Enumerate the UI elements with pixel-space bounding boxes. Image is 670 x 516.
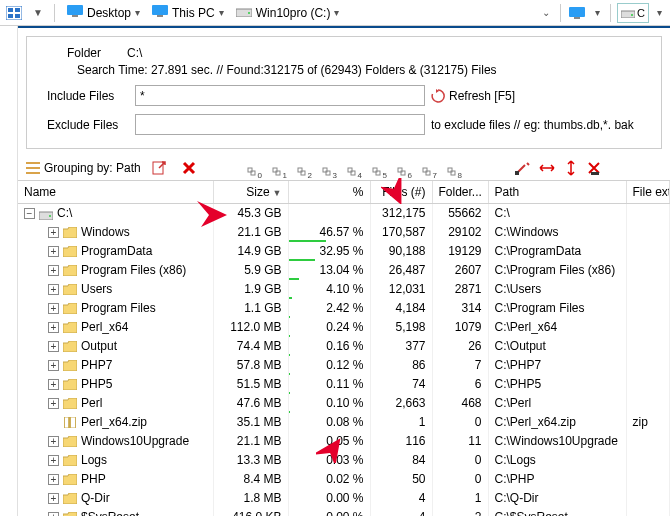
table-row[interactable]: +Users1.9 GB4.10 %12,0312871C:\Users	[18, 280, 670, 299]
tool-icon-1[interactable]	[513, 158, 533, 178]
table-row[interactable]: +Logs13.3 MB0.03 %840C:\Logs	[18, 451, 670, 470]
resize-vertical-icon[interactable]	[561, 158, 581, 178]
cell-pct: 0.05 %	[288, 432, 370, 451]
cell-folders: 0	[432, 413, 488, 432]
col-size[interactable]: Size▼	[213, 181, 288, 204]
table-row[interactable]: +Windows10Upgrade21.1 MB0.05 %11611C:\Wi…	[18, 432, 670, 451]
breadcrumb-item[interactable]: Win10pro (C:)▾	[230, 4, 346, 21]
cell-size: 5.9 GB	[213, 261, 288, 280]
tool-icon-4[interactable]	[585, 158, 605, 178]
table-row[interactable]: +Perl_x64112.0 MB0.24 %5,1981079C:\Perl_…	[18, 318, 670, 337]
table-row[interactable]: +PHP757.8 MB0.12 %867C:\PHP7	[18, 356, 670, 375]
breadcrumb-item[interactable]: This PC▾	[146, 4, 230, 21]
svg-rect-16	[26, 167, 40, 169]
table-row[interactable]: +Windows21.1 GB46.57 %170,58729102C:\Win…	[18, 223, 670, 242]
cell-path: C:\Q-Dir	[488, 489, 626, 508]
cell-ext	[626, 432, 670, 451]
include-input[interactable]	[135, 85, 425, 106]
svg-rect-13	[621, 11, 635, 18]
col-folders[interactable]: Folder...	[432, 181, 488, 204]
expand-icon[interactable]: +	[48, 265, 59, 276]
depth-level-0-button[interactable]: 0	[243, 158, 265, 178]
refresh-button[interactable]: Refresh [F5]	[431, 89, 515, 103]
table-row[interactable]: +Perl47.6 MB0.10 %2,663468C:\Perl	[18, 394, 670, 413]
depth-level-3-button[interactable]: 3	[318, 158, 340, 178]
cell-pct: 0.02 %	[288, 470, 370, 489]
content: Folder C:\ Search Time: 27.891 sec. // F…	[18, 26, 670, 516]
expand-icon[interactable]: +	[48, 227, 59, 238]
table-row[interactable]: +Program Files1.1 GB2.42 %4,184314C:\Pro…	[18, 299, 670, 318]
expand-icon[interactable]: +	[48, 360, 59, 371]
col-path[interactable]: Path	[488, 181, 626, 204]
col-ext[interactable]: File exter	[626, 181, 670, 204]
collapse-icon[interactable]: −	[24, 208, 35, 219]
chevron-down-icon[interactable]: ⌄	[538, 7, 554, 18]
expand-icon[interactable]: +	[48, 474, 59, 485]
cell-size: 416.0 KB	[213, 508, 288, 517]
expand-icon[interactable]: +	[48, 398, 59, 409]
chevron-down-icon[interactable]: ▾	[135, 7, 140, 18]
depth-level-8-button[interactable]: 8	[443, 158, 465, 178]
chevron-down-icon[interactable]: ▾	[591, 7, 604, 18]
depth-level-2-button[interactable]: 2	[293, 158, 315, 178]
expand-icon[interactable]: +	[48, 379, 59, 390]
folder-label: Folder	[67, 46, 117, 60]
col-pct[interactable]: %	[288, 181, 370, 204]
expand-icon[interactable]: +	[48, 455, 59, 466]
svg-rect-18	[153, 162, 163, 174]
cell-ext	[626, 242, 670, 261]
depth-level-5-button[interactable]: 5	[368, 158, 390, 178]
depth-level-4-button[interactable]: 4	[343, 158, 365, 178]
cell-path: C:\ProgramData	[488, 242, 626, 261]
delete-icon[interactable]	[179, 158, 199, 178]
dropdown-icon[interactable]: ▼	[28, 3, 48, 23]
table-row-root[interactable]: −C:\45.3 GB312,17555662C:\	[18, 204, 670, 223]
expand-icon[interactable]: +	[48, 284, 59, 295]
breadcrumb-item[interactable]: Desktop▾	[61, 4, 146, 21]
table-row[interactable]: +Q-Dir1.8 MB0.00 %41C:\Q-Dir	[18, 489, 670, 508]
cell-name: Windows	[81, 225, 130, 239]
chevron-down-icon[interactable]: ▾	[653, 7, 666, 18]
expand-icon[interactable]: +	[48, 512, 59, 516]
table-row[interactable]: Perl_x64.zip35.1 MB0.08 %10C:\Perl_x64.z…	[18, 413, 670, 432]
view-icon[interactable]	[4, 3, 24, 23]
cell-folders: 1079	[432, 318, 488, 337]
chevron-down-icon[interactable]: ▾	[334, 7, 339, 18]
svg-rect-17	[26, 172, 40, 174]
cell-path: C:\PHP7	[488, 356, 626, 375]
svg-rect-37	[515, 171, 519, 175]
table-row[interactable]: +PHP551.5 MB0.11 %746C:\PHP5	[18, 375, 670, 394]
list-icon	[26, 161, 40, 175]
expand-icon[interactable]: +	[48, 322, 59, 333]
chevron-down-icon[interactable]: ▾	[219, 7, 224, 18]
table-row[interactable]: +$SysReset416.0 KB0.00 %42C:\$SysReset	[18, 508, 670, 517]
expand-icon[interactable]: +	[48, 341, 59, 352]
cell-ext	[626, 223, 670, 242]
breadcrumb-label: This PC	[172, 6, 215, 20]
cell-size: 35.1 MB	[213, 413, 288, 432]
exclude-input[interactable]	[135, 114, 425, 135]
expand-icon[interactable]: +	[48, 436, 59, 447]
monitor-icon[interactable]	[567, 3, 587, 23]
col-files[interactable]: Files (#)	[370, 181, 432, 204]
cell-folders: 26	[432, 337, 488, 356]
cell-ext	[626, 375, 670, 394]
depth-level-7-button[interactable]: 7	[418, 158, 440, 178]
col-name[interactable]: Name	[18, 181, 213, 204]
depth-level-1-button[interactable]: 1	[268, 158, 290, 178]
monitor-icon	[67, 5, 83, 20]
table-row[interactable]: +ProgramData14.9 GB32.95 %90,18819129C:\…	[18, 242, 670, 261]
expand-icon[interactable]: +	[48, 493, 59, 504]
table-row[interactable]: +Output74.4 MB0.16 %37726C:\Output	[18, 337, 670, 356]
expand-icon[interactable]: +	[48, 303, 59, 314]
export-icon[interactable]	[149, 158, 169, 178]
resize-horizontal-icon[interactable]	[537, 158, 557, 178]
include-label: Include Files	[47, 89, 129, 103]
expand-icon[interactable]: +	[48, 246, 59, 257]
drive-icon[interactable]: C	[617, 3, 649, 23]
depth-level-6-button[interactable]: 6	[393, 158, 415, 178]
table-row[interactable]: +PHP8.4 MB0.02 %500C:\PHP	[18, 470, 670, 489]
cell-files: 116	[370, 432, 432, 451]
table-row[interactable]: +Program Files (x86)5.9 GB13.04 %26,4872…	[18, 261, 670, 280]
cell-files: 377	[370, 337, 432, 356]
